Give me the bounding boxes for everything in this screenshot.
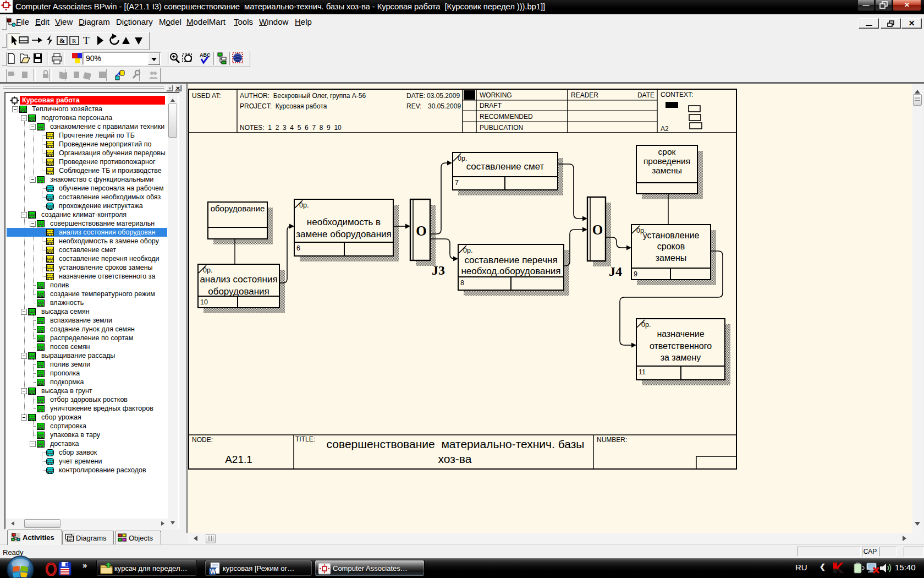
svg-text:&: &	[59, 37, 65, 45]
svg-text:установление: установление	[643, 231, 700, 240]
svg-text:A2: A2	[661, 125, 669, 133]
svg-text:03.05.2009: 03.05.2009	[427, 92, 460, 100]
svg-text:TITLE:: TITLE:	[295, 435, 315, 443]
svg-text:PUBLICATION: PUBLICATION	[480, 124, 523, 132]
svg-text:замены: замены	[656, 253, 686, 263]
svg-text:T: T	[83, 35, 90, 46]
svg-text:необходимость в: необходимость в	[307, 217, 381, 227]
svg-text:ABC: ABC	[200, 52, 211, 58]
svg-text:7: 7	[455, 179, 459, 187]
svg-text:оборудования: оборудования	[208, 286, 270, 297]
svg-text:сроков: сроков	[657, 242, 685, 251]
svg-text:проведения: проведения	[644, 156, 690, 166]
svg-text:J3: J3	[432, 263, 445, 277]
svg-text:замены: замены	[652, 166, 682, 175]
svg-text:составление перечня: составление перечня	[464, 255, 557, 265]
svg-text:REV:: REV:	[406, 102, 422, 110]
svg-text:W: W	[210, 568, 216, 575]
svg-text:составление смет: составление смет	[466, 161, 544, 172]
svg-text:O: O	[416, 223, 426, 238]
svg-text:O: O	[592, 222, 603, 237]
svg-text:анализ состояния: анализ состояния	[200, 274, 277, 285]
svg-text:0р.: 0р.	[203, 266, 212, 274]
svg-text:WORKING: WORKING	[480, 91, 512, 99]
svg-text:срок: срок	[658, 147, 676, 156]
svg-text:замене оборудования: замене оборудования	[296, 229, 392, 239]
svg-text:совершенствование материально: совершенствование материально-технич. ба…	[327, 438, 585, 450]
svg-text:J4: J4	[609, 264, 622, 279]
svg-text:10: 10	[200, 298, 208, 306]
svg-text:R: R	[72, 37, 76, 44]
svg-text:оборудование: оборудование	[211, 204, 265, 213]
svg-text:USED AT:: USED AT:	[192, 92, 221, 100]
svg-text:AUTHOR: Бескровный Олег, груп: AUTHOR: Бескровный Олег, группа А-56	[240, 92, 366, 100]
svg-text:READER: READER	[571, 91, 598, 99]
svg-text:PROJECT: Курсовая работа: PROJECT: Курсовая работа	[240, 102, 327, 110]
svg-text:хоз-ва: хоз-ва	[438, 452, 472, 465]
svg-text:NUMBER:: NUMBER:	[597, 436, 627, 444]
svg-text:RECOMMENDED: RECOMMENDED	[480, 113, 533, 121]
svg-text:A21.1: A21.1	[225, 454, 252, 465]
svg-text:ответственного: ответственного	[650, 341, 712, 351]
svg-text:CONTEXT:: CONTEXT:	[661, 91, 693, 99]
svg-text:DATE: DATE	[637, 91, 654, 99]
svg-text:9: 9	[634, 270, 637, 278]
svg-text:назначение: назначение	[657, 329, 704, 339]
svg-text:DRAFT: DRAFT	[480, 102, 502, 110]
svg-text:0р.: 0р.	[463, 247, 472, 254]
svg-text:0р.: 0р.	[641, 321, 651, 329]
svg-text:0р.: 0р.	[299, 201, 309, 209]
svg-text:за замену: за замену	[661, 353, 701, 362]
svg-text:8: 8	[460, 279, 464, 287]
svg-text:NODE:: NODE:	[192, 436, 213, 444]
svg-text:11: 11	[639, 368, 646, 376]
svg-text:DATE:: DATE:	[406, 92, 425, 100]
svg-text:6: 6	[296, 244, 300, 252]
svg-text:необход.оборудования: необход.оборудования	[461, 266, 560, 276]
svg-text:30.05.2009: 30.05.2009	[428, 102, 461, 110]
svg-text:NOTES: 1 2 3 4 5 6 7 8: NOTES: 1 2 3 4 5 6 7 8 9 10	[240, 124, 342, 132]
